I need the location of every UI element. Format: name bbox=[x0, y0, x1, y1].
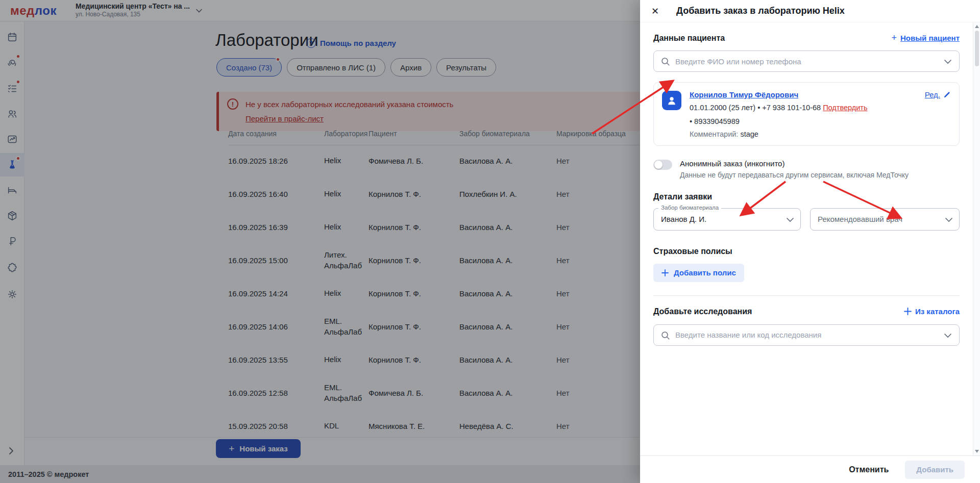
doctor-select-placeholder: Рекомендовавший врач bbox=[818, 215, 902, 223]
recommending-doctor-select[interactable]: Рекомендовавший врач bbox=[810, 208, 960, 231]
person-icon bbox=[666, 95, 677, 106]
patient-search-placeholder: Введите ФИО или номер телефона bbox=[675, 57, 801, 66]
from-catalog-link[interactable]: Из каталога bbox=[904, 307, 960, 316]
order-details-heading: Детали заявки bbox=[653, 192, 960, 201]
biomaterial-select-label: Забор биоматериала bbox=[658, 205, 721, 211]
patient-birth-phone: 01.01.2000 (25 лет) • +7 938 101-10-68 bbox=[690, 104, 821, 112]
comment-label: Комментарий: bbox=[690, 130, 738, 138]
patient-name-link[interactable]: Корнилов Тимур Фёдорович bbox=[690, 90, 951, 99]
submit-button[interactable]: Добавить bbox=[905, 461, 965, 479]
chevron-down-icon[interactable] bbox=[944, 333, 952, 338]
scroll-up-icon[interactable] bbox=[975, 25, 979, 28]
anonymous-label: Анонимный заказ (инкогнито) bbox=[680, 159, 909, 168]
app-window: медлок Медицинский центр «Тест» на ... у… bbox=[0, 0, 980, 483]
section-divider bbox=[653, 295, 960, 296]
edit-patient-link[interactable]: Ред. bbox=[925, 90, 951, 99]
research-search-input[interactable]: Введите название или код исследования bbox=[653, 324, 960, 346]
plus-icon bbox=[662, 269, 669, 276]
avatar bbox=[662, 91, 681, 110]
add-policy-button[interactable]: Добавить полис bbox=[653, 264, 744, 282]
drawer-scrollbar[interactable] bbox=[973, 22, 980, 455]
search-icon bbox=[660, 57, 671, 67]
chevron-down-icon bbox=[786, 217, 794, 222]
biomaterial-collector-select[interactable]: Забор биоматериала Иванов Д. И. bbox=[653, 208, 801, 231]
scroll-down-icon[interactable] bbox=[975, 450, 979, 453]
research-heading: Добавьте исследования bbox=[653, 307, 752, 316]
add-order-drawer: ✕ Добавить заказ в лабораторию Helix Дан… bbox=[640, 0, 980, 483]
pencil-icon bbox=[943, 91, 951, 98]
close-icon[interactable]: ✕ bbox=[651, 7, 659, 16]
confirm-phone-link[interactable]: Подтвердить bbox=[823, 104, 867, 112]
plus-icon: + bbox=[891, 33, 897, 43]
patient-data-heading: Данные пациента bbox=[653, 34, 725, 43]
drawer-footer: Отменить Добавить bbox=[640, 455, 980, 483]
drawer-title: Добавить заказ в лабораторию Helix bbox=[676, 6, 845, 16]
cancel-button[interactable]: Отменить bbox=[846, 465, 892, 475]
anonymous-toggle-row: Анонимный заказ (инкогнито) Данные не бу… bbox=[653, 159, 960, 179]
biomaterial-select-value: Иванов Д. И. bbox=[661, 215, 706, 223]
chevron-down-icon bbox=[945, 217, 953, 222]
scrollbar-thumb[interactable] bbox=[975, 31, 979, 66]
comment-value: stage bbox=[740, 130, 758, 138]
chevron-down-icon[interactable] bbox=[944, 59, 952, 64]
insurance-heading: Страховые полисы bbox=[653, 247, 960, 256]
anonymous-toggle[interactable] bbox=[653, 160, 672, 170]
toggle-knob bbox=[654, 161, 663, 169]
drawer-header: ✕ Добавить заказ в лабораторию Helix bbox=[640, 0, 980, 22]
research-search-placeholder: Введите название или код исследования bbox=[675, 331, 821, 339]
anonymous-sublabel: Данные не будут передаваться другим серв… bbox=[680, 171, 909, 179]
patient-phone2: • 89339045989 bbox=[690, 116, 951, 126]
drawer-body: Данные пациента +Новый пациент Введите Ф… bbox=[640, 22, 973, 455]
plus-icon bbox=[904, 308, 912, 315]
new-patient-link[interactable]: +Новый пациент bbox=[891, 33, 960, 43]
patient-search-input[interactable]: Введите ФИО или номер телефона bbox=[653, 50, 960, 72]
patient-card: Ред. Корнилов Тимур Фёдорович 01.01.2000… bbox=[653, 82, 960, 146]
search-icon bbox=[660, 331, 671, 341]
